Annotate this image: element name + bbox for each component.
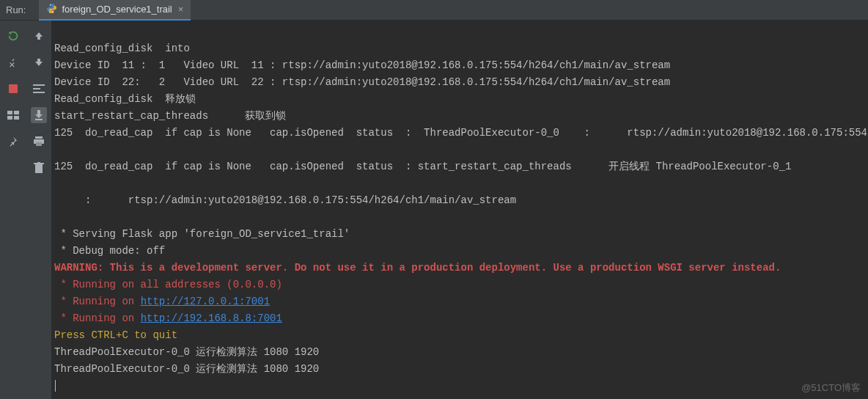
url-link-localhost[interactable]: http://127.0.0.1:7001 [141, 296, 270, 307]
console-line: * Serving Flask app 'foreign_OD_service1… [54, 228, 350, 240]
run-tab[interactable]: foreign_OD_service1_trail × [39, 0, 191, 21]
svg-point-0 [50, 4, 51, 6]
console-line: * Running on [54, 312, 141, 324]
svg-rect-11 [35, 119, 43, 120]
svg-rect-4 [14, 111, 19, 114]
svg-rect-3 [7, 111, 12, 114]
console-line: ThreadPoolExecutor-0_0 运行检测算法 1080 1920 [54, 346, 319, 358]
console-output[interactable]: Read_config_disk into Device ID 11 : 1 V… [51, 21, 868, 399]
url-link-lan[interactable]: http://192.168.8.8:7001 [141, 312, 282, 324]
watermark: @51CTO博客 [801, 381, 861, 395]
layout-button[interactable] [5, 107, 21, 123]
console-line: Read_config_disk into [54, 43, 190, 54]
console-line: * Running on [54, 296, 141, 307]
console-warning-line: WARNING: This is a development server. D… [54, 262, 781, 274]
console-line: * Running on all addresses (0.0.0.0) [54, 279, 282, 290]
stop-button[interactable] [5, 81, 21, 97]
run-actions-column-2 [26, 21, 51, 399]
console-line: Press CTRL+C to quit [54, 329, 177, 341]
scroll-up-button[interactable] [31, 28, 47, 44]
console-line: Read_config_disk 释放锁 [54, 93, 196, 105]
run-tab-label: foreign_OD_service1_trail [62, 4, 172, 15]
svg-point-1 [53, 11, 54, 12]
console-line: 125 do_read_cap if cap is None cap.isOpe… [54, 127, 868, 139]
svg-rect-10 [37, 110, 40, 114]
svg-rect-15 [35, 164, 43, 173]
svg-rect-5 [7, 116, 12, 120]
python-file-icon [46, 3, 62, 16]
settings-button[interactable] [5, 54, 21, 70]
rerun-button[interactable] [5, 28, 21, 44]
console-line: ThreadPoolExecutor-0_0 运行检测算法 1080 1920 [54, 363, 319, 375]
svg-rect-17 [37, 162, 40, 163]
console-line: Device ID 11 : 1 Video URL 11 : rtsp://a… [54, 59, 670, 71]
svg-rect-2 [9, 84, 18, 93]
svg-rect-12 [35, 136, 43, 139]
scroll-to-end-button[interactable] [31, 107, 47, 123]
svg-rect-8 [33, 88, 40, 89]
console-line: : rtsp://admin:yuto2018@192.168.0.175:55… [54, 194, 516, 206]
svg-rect-9 [33, 92, 45, 93]
pin-button[interactable] [5, 133, 21, 150]
console-line: Device ID 22: 2 Video URL 22 : rtsp://ad… [54, 76, 670, 88]
text-caret [55, 380, 56, 392]
delete-icon[interactable] [31, 160, 47, 176]
console-line: 125 do_read_cap if cap is None cap.isOpe… [54, 161, 791, 172]
svg-rect-16 [34, 163, 44, 164]
run-actions-column-1 [0, 21, 26, 399]
svg-rect-6 [14, 116, 19, 120]
scroll-down-button[interactable] [31, 54, 47, 70]
soft-wrap-button[interactable] [31, 81, 47, 97]
console-line: * Debug mode: off [54, 245, 165, 257]
toolwindow-title: Run: [6, 4, 26, 15]
toolwindow-header: Run: foreign_OD_service1_trail × [0, 0, 868, 21]
console-line: start_restart_cap_threads 获取到锁 [54, 110, 286, 122]
svg-rect-7 [33, 84, 45, 86]
svg-rect-14 [36, 142, 42, 146]
print-button[interactable] [31, 133, 47, 150]
close-tab-icon[interactable]: × [178, 4, 184, 15]
